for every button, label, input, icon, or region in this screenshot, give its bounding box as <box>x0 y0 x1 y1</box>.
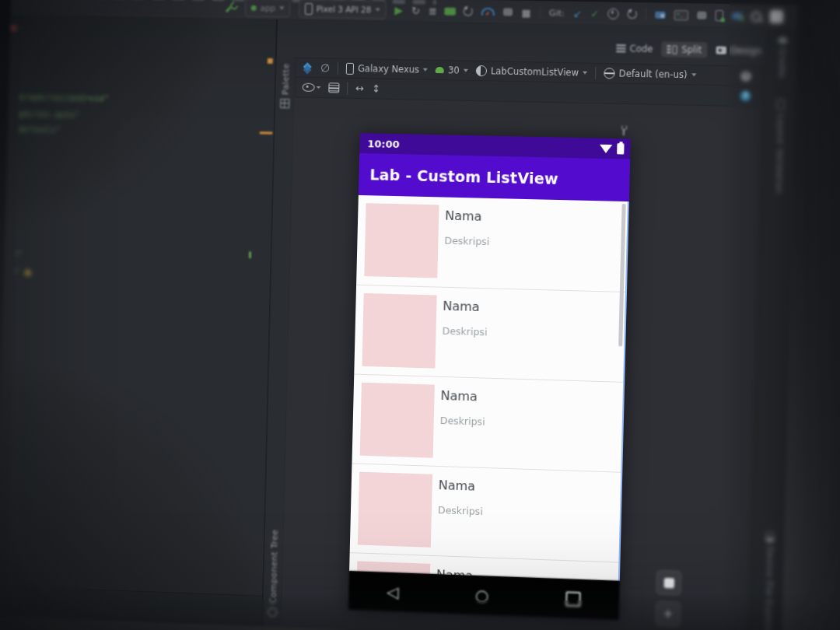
apply-changes-icon[interactable]: ↻ <box>411 5 420 16</box>
build-wrench-icon[interactable] <box>226 2 236 12</box>
item-thumbnail <box>364 203 439 278</box>
list-item[interactable]: Nama Deskripsi <box>356 195 628 292</box>
avd-manager-icon[interactable] <box>732 12 742 19</box>
item-thumbnail <box>360 383 435 458</box>
run-button[interactable]: ▶ <box>394 5 403 15</box>
profiler-gauge-icon[interactable] <box>481 8 495 16</box>
split-tab-icon <box>667 45 677 53</box>
chevron-down-icon <box>316 86 320 89</box>
gradle-label: Gradle <box>776 47 787 79</box>
attach-debugger-icon[interactable] <box>464 6 473 16</box>
theme-icon <box>476 65 487 76</box>
list-item[interactable]: Nama Deskripsi <box>350 464 621 562</box>
layout-surface-icon[interactable] <box>303 62 313 72</box>
error-badge <box>10 25 17 31</box>
eye-icon <box>303 83 315 92</box>
component-tree-label: Component Tree <box>268 530 279 604</box>
list-item[interactable]: Nama Deskripsi <box>354 285 625 383</box>
status-icons <box>600 143 625 155</box>
item-description: Deskripsi <box>442 325 487 338</box>
tab-design[interactable]: Design <box>710 42 768 59</box>
help-icon[interactable]: ? <box>740 91 751 101</box>
sdk-manager-icon[interactable] <box>716 10 724 21</box>
search-icon[interactable] <box>751 11 762 21</box>
blueprint-toggle-icon[interactable]: ∅ <box>320 63 330 73</box>
chevron-down-icon <box>279 6 284 9</box>
listview[interactable]: Nama Deskripsi Nama Deskripsi Nama Deskr… <box>349 195 629 581</box>
profiler-icon[interactable] <box>697 12 706 19</box>
device-preview[interactable]: 10:00 Lab - Custom ListView Nama Deskrip… <box>348 133 631 620</box>
render-config-wrench-icon[interactable] <box>620 124 628 136</box>
stop-button[interactable]: ■ <box>521 7 531 17</box>
device-phone-icon <box>346 62 354 74</box>
layout-validation-label: Layout Validation <box>773 114 786 194</box>
sidebar-item-palette[interactable]: Palette <box>280 63 291 112</box>
layout-variants-icon[interactable] <box>328 82 339 93</box>
device-file-explorer-icon <box>766 532 775 543</box>
scrollbar-info-mark[interactable] <box>249 251 251 258</box>
locale-label: Default (en-us) <box>619 68 688 80</box>
surface-zoom-controls: + − <box>654 569 681 630</box>
preview-device-label: Galaxy Nexus <box>358 63 419 75</box>
device-label: Pixel 3 API 28 <box>317 4 372 14</box>
profile-app-icon[interactable] <box>503 8 513 16</box>
code-editor[interactable]: id.com/apk/res/android" d.com/apk/res-au… <box>7 16 276 596</box>
notifications-icon[interactable] <box>770 10 783 23</box>
chevron-down-icon <box>423 68 428 72</box>
scrollbar-warning-dash[interactable] <box>260 131 273 134</box>
toolbar-separator <box>347 82 348 94</box>
scrollbar-warning-mark[interactable] <box>268 58 273 64</box>
run-config-status-dot <box>251 5 257 10</box>
orientation-vertical-icon[interactable]: ↕ <box>372 83 380 93</box>
sidebar-item-component-tree[interactable]: Component Tree <box>268 530 280 621</box>
theme-label: LabCustomListView <box>491 65 579 78</box>
preview-device-dropdown[interactable]: Galaxy Nexus <box>346 62 428 75</box>
item-name: Nama <box>439 478 476 494</box>
globe-icon <box>604 68 615 79</box>
status-time: 10:00 <box>367 138 400 150</box>
issues-indicator-icon[interactable]: ! <box>740 71 751 81</box>
item-description: Deskripsi <box>440 415 485 428</box>
git-update-icon[interactable]: ↙ <box>573 8 582 18</box>
tab-code[interactable]: Code <box>611 40 659 57</box>
design-tab-icon <box>716 46 726 54</box>
locale-dropdown[interactable]: Default (en-us) <box>604 68 696 80</box>
device-phone-icon <box>305 2 313 14</box>
design-surface[interactable]: 10:00 Lab - Custom ListView Nama Deskrip… <box>282 97 760 630</box>
device-dropdown[interactable]: Pixel 3 API 28 <box>299 0 387 19</box>
list-item[interactable]: Nama Deskripsi <box>352 375 623 473</box>
nav-home-button[interactable]: ○ <box>475 587 489 604</box>
design-panel: Code Split Design ∅ Galaxy Nexus <box>263 19 797 630</box>
sidebar-item-device-file-explorer[interactable]: Device File Explorer <box>762 528 775 630</box>
item-description: Deskripsi <box>438 504 483 517</box>
zoom-to-fit-button[interactable] <box>656 569 681 595</box>
layout-validation-icon <box>777 100 786 110</box>
theme-dropdown[interactable]: LabCustomListView <box>476 65 588 79</box>
run-config-dropdown[interactable]: app <box>245 0 291 18</box>
design-tab-label: Design <box>730 45 762 57</box>
orientation-horizontal-icon[interactable]: ↔ <box>355 83 364 93</box>
view-options-dropdown[interactable] <box>303 83 321 92</box>
zoom-fit-icon <box>663 577 674 588</box>
git-commit-check-icon[interactable]: ✓ <box>590 9 599 19</box>
nav-back-button[interactable]: ◁ <box>387 584 399 600</box>
git-history-clock-icon[interactable] <box>607 9 619 19</box>
git-label: Git: <box>549 8 565 18</box>
nav-recents-button[interactable] <box>565 591 581 607</box>
logcat-terminal-icon[interactable]: >_ <box>674 10 689 20</box>
item-name: Nama <box>440 388 478 404</box>
palette-label: Palette <box>280 63 291 95</box>
sidebar-item-layout-validation[interactable]: Layout Validation <box>773 96 786 194</box>
zoom-in-button[interactable]: + <box>655 601 681 628</box>
api-level-label: 30 <box>448 65 460 75</box>
sync-project-icon[interactable]: ≣ <box>429 5 437 16</box>
device-manager-icon[interactable] <box>655 11 665 18</box>
code-tab-icon <box>616 44 625 52</box>
android-icon <box>436 67 444 73</box>
item-name: Nama <box>443 299 480 314</box>
debug-button[interactable] <box>446 8 455 15</box>
sidebar-item-gradle[interactable]: Gradle <box>776 33 788 79</box>
tab-split[interactable]: Split <box>662 41 708 58</box>
git-rollback-icon[interactable] <box>628 9 637 19</box>
api-level-dropdown[interactable]: 30 <box>436 65 468 76</box>
